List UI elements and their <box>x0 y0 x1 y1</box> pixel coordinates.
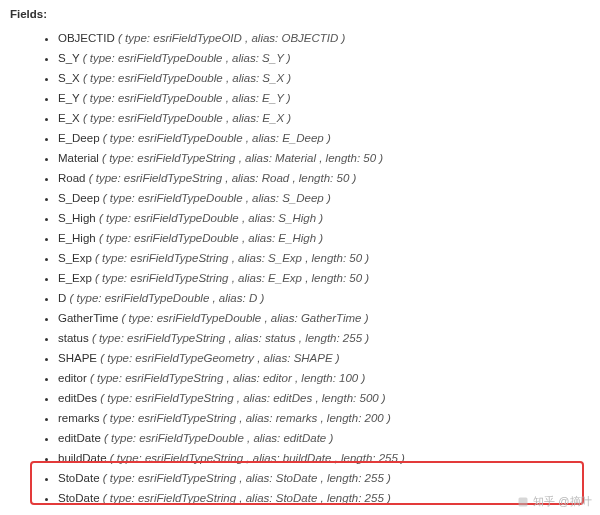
field-name: E_High <box>58 232 96 244</box>
field-details: ( type: esriFieldTypeDouble , alias: E_X… <box>83 112 291 124</box>
field-item: Road ( type: esriFieldTypeString , alias… <box>58 168 590 188</box>
field-name: S_X <box>58 72 80 84</box>
field-name: editDes <box>58 392 97 404</box>
field-name: editor <box>58 372 87 384</box>
field-item: editDate ( type: esriFieldTypeDouble , a… <box>58 428 590 448</box>
field-item: GatherTime ( type: esriFieldTypeDouble ,… <box>58 308 590 328</box>
field-name: S_High <box>58 212 96 224</box>
field-name: StoDate <box>58 472 100 484</box>
field-item: S_Deep ( type: esriFieldTypeDouble , ali… <box>58 188 590 208</box>
field-item: E_High ( type: esriFieldTypeDouble , ali… <box>58 228 590 248</box>
fields-container: Fields: OBJECTID ( type: esriFieldTypeOI… <box>0 0 600 515</box>
field-item: remarks ( type: esriFieldTypeString , al… <box>58 408 590 428</box>
watermark: 知乎 @摘叶 <box>517 494 592 509</box>
field-item: SHAPE ( type: esriFieldTypeGeometry , al… <box>58 348 590 368</box>
svg-rect-0 <box>518 497 527 506</box>
field-details: ( type: esriFieldTypeString , alias: edi… <box>90 372 365 384</box>
field-name: Road <box>58 172 86 184</box>
field-name: SHAPE <box>58 352 97 364</box>
field-details: ( type: esriFieldTypeString , alias: Sto… <box>103 492 391 504</box>
field-details: ( type: esriFieldTypeString , alias: Roa… <box>89 172 357 184</box>
field-item: E_Y ( type: esriFieldTypeDouble , alias:… <box>58 88 590 108</box>
field-item: Material ( type: esriFieldTypeString , a… <box>58 148 590 168</box>
field-name: buildDate <box>58 452 107 464</box>
field-details: ( type: esriFieldTypeDouble , alias: S_D… <box>103 192 331 204</box>
field-details: ( type: esriFieldTypeDouble , alias: Gat… <box>122 312 369 324</box>
field-name: status <box>58 332 89 344</box>
fields-list: OBJECTID ( type: esriFieldTypeOID , alia… <box>10 28 590 508</box>
field-name: GatherTime <box>58 312 118 324</box>
watermark-text: 知乎 @摘叶 <box>533 494 592 509</box>
field-details: ( type: esriFieldTypeDouble , alias: S_Y… <box>83 52 291 64</box>
field-item: E_X ( type: esriFieldTypeDouble , alias:… <box>58 108 590 128</box>
field-name: E_Exp <box>58 272 92 284</box>
field-details: ( type: esriFieldTypeString , alias: edi… <box>100 392 386 404</box>
field-details: ( type: esriFieldTypeDouble , alias: E_Y… <box>83 92 291 104</box>
field-details: ( type: esriFieldTypeDouble , alias: E_D… <box>103 132 331 144</box>
field-name: E_Y <box>58 92 80 104</box>
field-details: ( type: esriFieldTypeString , alias: bui… <box>110 452 405 464</box>
field-details: ( type: esriFieldTypeString , alias: E_E… <box>95 272 369 284</box>
field-name: remarks <box>58 412 100 424</box>
field-item: S_Y ( type: esriFieldTypeDouble , alias:… <box>58 48 590 68</box>
field-name: editDate <box>58 432 101 444</box>
field-details: ( type: esriFieldTypeDouble , alias: E_H… <box>99 232 323 244</box>
field-item: StoDate ( type: esriFieldTypeString , al… <box>58 488 590 508</box>
field-details: ( type: esriFieldTypeString , alias: Sto… <box>103 472 391 484</box>
section-heading: Fields: <box>10 8 590 20</box>
field-details: ( type: esriFieldTypeString , alias: sta… <box>92 332 369 344</box>
field-name: OBJECTID <box>58 32 115 44</box>
field-details: ( type: esriFieldTypeDouble , alias: S_H… <box>99 212 323 224</box>
field-details: ( type: esriFieldTypeDouble , alias: edi… <box>104 432 333 444</box>
field-item: S_Exp ( type: esriFieldTypeString , alia… <box>58 248 590 268</box>
field-item: buildDate ( type: esriFieldTypeString , … <box>58 448 590 468</box>
field-name: Material <box>58 152 99 164</box>
field-details: ( type: esriFieldTypeOID , alias: OBJECT… <box>118 32 345 44</box>
field-name: S_Y <box>58 52 80 64</box>
field-item: status ( type: esriFieldTypeString , ali… <box>58 328 590 348</box>
field-item: S_X ( type: esriFieldTypeDouble , alias:… <box>58 68 590 88</box>
field-name: S_Exp <box>58 252 92 264</box>
field-details: ( type: esriFieldTypeString , alias: Mat… <box>102 152 383 164</box>
field-details: ( type: esriFieldTypeString , alias: rem… <box>103 412 391 424</box>
field-name: E_Deep <box>58 132 100 144</box>
field-item: D ( type: esriFieldTypeDouble , alias: D… <box>58 288 590 308</box>
field-details: ( type: esriFieldTypeDouble , alias: D ) <box>70 292 265 304</box>
field-name: S_Deep <box>58 192 100 204</box>
field-item: OBJECTID ( type: esriFieldTypeOID , alia… <box>58 28 590 48</box>
field-item: E_Deep ( type: esriFieldTypeDouble , ali… <box>58 128 590 148</box>
field-item: E_Exp ( type: esriFieldTypeString , alia… <box>58 268 590 288</box>
field-item: editDes ( type: esriFieldTypeString , al… <box>58 388 590 408</box>
field-details: ( type: esriFieldTypeDouble , alias: S_X… <box>83 72 291 84</box>
field-details: ( type: esriFieldTypeString , alias: S_E… <box>95 252 369 264</box>
field-item: S_High ( type: esriFieldTypeDouble , ali… <box>58 208 590 228</box>
field-name: StoDate <box>58 492 100 504</box>
field-item: editor ( type: esriFieldTypeString , ali… <box>58 368 590 388</box>
field-details: ( type: esriFieldTypeGeometry , alias: S… <box>100 352 339 364</box>
field-name: D <box>58 292 66 304</box>
zhihu-icon <box>517 496 529 508</box>
field-name: E_X <box>58 112 80 124</box>
field-item: StoDate ( type: esriFieldTypeString , al… <box>58 468 590 488</box>
